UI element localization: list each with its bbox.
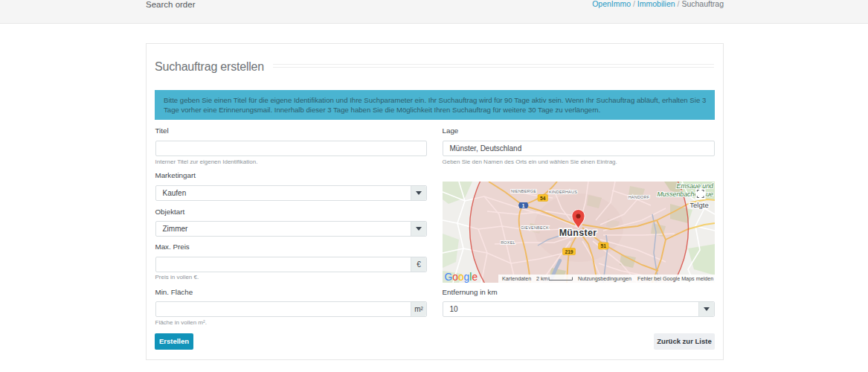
svg-text:51: 51 (600, 243, 606, 248)
svg-text:Telgte: Telgte (689, 200, 708, 208)
svg-text:HANDORF: HANDORF (628, 195, 649, 199)
svg-text:2 km: 2 km (536, 275, 548, 281)
svg-text:1: 1 (521, 202, 524, 208)
svg-text:54: 54 (540, 195, 546, 200)
svg-text:Fehler bei Google Maps melden: Fehler bei Google Maps melden (637, 275, 713, 281)
svg-text:Nutzungsbedingungen: Nutzungsbedingungen (578, 275, 631, 281)
svg-text:Münster: Münster (559, 227, 597, 237)
svg-text:Emsaue und: Emsaue und (676, 182, 713, 190)
svg-text:Kartendaten: Kartendaten (502, 275, 531, 281)
svg-text:g: g (463, 272, 469, 283)
svg-text:KINDERHAUS: KINDERHAUS (548, 189, 576, 193)
svg-text:ROXEL: ROXEL (501, 240, 515, 245)
svg-text:GIEVENBECK: GIEVENBECK (521, 225, 549, 230)
svg-text:NIENBERGE: NIENBERGE (510, 189, 536, 193)
svg-text:e: e (472, 272, 478, 283)
svg-text:219: 219 (565, 248, 573, 254)
svg-text:G: G (444, 272, 452, 283)
